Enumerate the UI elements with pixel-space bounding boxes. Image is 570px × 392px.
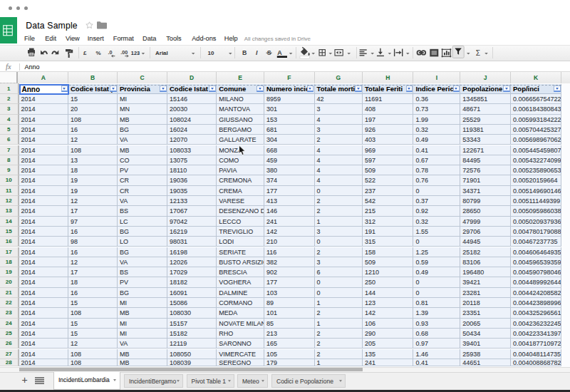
svg-text:£: £	[83, 50, 87, 56]
svg-text:I: I	[256, 49, 258, 56]
svg-text:.00: .00	[120, 49, 128, 56]
svg-text:B: B	[242, 49, 247, 56]
svg-text:Σ: Σ	[476, 48, 480, 56]
svg-text:10: 10	[208, 50, 214, 56]
svg-text:A: A	[277, 48, 282, 56]
svg-text:%: %	[96, 50, 101, 56]
svg-text:123: 123	[131, 49, 140, 56]
svg-text:.0: .0	[108, 49, 113, 56]
svg-text:Arial: Arial	[155, 50, 168, 56]
